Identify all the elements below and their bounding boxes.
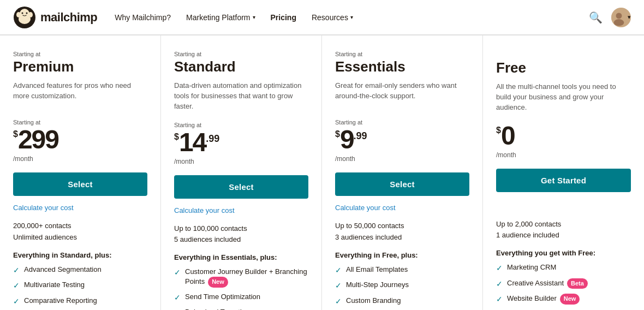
plan-desc-standard: Data-driven automation and optimization …: [174, 81, 308, 112]
plan-period: /month: [13, 155, 147, 163]
new-badge: New: [560, 294, 580, 304]
nav-why[interactable]: Why Mailchimp?: [115, 13, 171, 22]
select-button-premium[interactable]: Select: [13, 172, 147, 196]
feature-item: ✓ Multi-Step Journeys: [335, 280, 469, 291]
price-main: 299: [18, 127, 58, 153]
feature-text: Multivariate Testing: [24, 280, 85, 290]
feature-text: All Email Templates: [346, 265, 408, 275]
svg-point-2: [20, 9, 29, 19]
section-label-standard: Everything in Essentials, plus:: [174, 253, 308, 261]
checkmark-icon: ✓: [174, 293, 181, 303]
contacts-info-free: Up to 2,000 contacts1 audience included: [496, 219, 631, 242]
price-main: 0: [501, 123, 515, 149]
nav-platform[interactable]: Marketing Platform ▾: [186, 13, 255, 22]
new-badge: New: [208, 277, 228, 287]
checkmark-icon: ✓: [174, 308, 181, 310]
avatar-chevron-icon: ▾: [628, 14, 631, 21]
plan-period: /month: [174, 158, 308, 165]
starting-at-standard: Starting at: [174, 122, 308, 128]
navbar: mailchimp Why Mailchimp? Marketing Platf…: [0, 0, 644, 35]
nav-resources[interactable]: Resources ▾: [312, 13, 353, 22]
logo[interactable]: mailchimp: [13, 6, 97, 29]
feature-text: Marketing CRM: [507, 263, 556, 272]
feature-item: ✓ Comparative Reporting: [13, 296, 147, 307]
checkmark-icon: ✓: [13, 296, 20, 307]
svg-point-8: [616, 13, 622, 19]
price-label: Starting at: [13, 51, 147, 57]
feature-text: Customer Journey Builder + Branching Poi…: [185, 267, 308, 288]
price-main: 14: [179, 129, 206, 156]
price-display-standard: $ 14 .99: [174, 129, 308, 156]
avatar[interactable]: ▾: [611, 8, 631, 27]
feature-text: Website BuilderNew: [507, 294, 580, 304]
contacts-info-premium: 200,000+ contactsUnlimited audiences: [13, 220, 147, 243]
feature-item: ✓ Advanced Segmentation: [13, 265, 147, 276]
beta-badge: Beta: [567, 278, 588, 289]
price-decimal: .99: [206, 134, 219, 144]
checkmark-icon: ✓: [335, 281, 342, 291]
svg-point-5: [16, 12, 21, 17]
calc-cost-link-premium[interactable]: Calculate your cost: [13, 204, 147, 212]
chevron-down-icon: ▾: [253, 14, 255, 20]
checkmark-icon: ✓: [174, 267, 181, 278]
feature-item: ✓ Creative AssistantBeta: [496, 278, 631, 290]
price-main: 9: [340, 127, 354, 153]
checkmark-icon: ✓: [496, 279, 503, 290]
svg-point-9: [614, 19, 624, 26]
feature-text: Comparative Reporting: [24, 296, 97, 306]
nav-right: 🔍 ▾: [589, 8, 631, 27]
calc-cost-link-standard[interactable]: Calculate your cost: [174, 206, 308, 214]
feature-item: ✓ Website BuilderNew: [496, 294, 631, 305]
checkmark-icon: ✓: [13, 281, 20, 291]
checkmark-icon: ✓: [496, 294, 503, 305]
svg-point-3: [22, 12, 23, 14]
price-display-essentials: $ 9 .99: [335, 127, 469, 153]
feature-item: ✓ Marketing CRM: [496, 263, 631, 274]
price-display-premium: $ 299: [13, 127, 147, 153]
section-label-essentials: Everything in Free, plus:: [335, 251, 469, 259]
plan-period: /month: [335, 155, 469, 163]
select-button-free[interactable]: Get Started: [496, 169, 631, 192]
user-avatar-icon: [611, 8, 627, 27]
plan-name-essentials: Essentials: [335, 58, 469, 75]
section-label-free: Everything you get with Free:: [496, 249, 631, 257]
chevron-down-icon: ▾: [350, 14, 353, 20]
nav-pricing[interactable]: Pricing: [271, 13, 296, 22]
search-icon[interactable]: 🔍: [589, 11, 603, 24]
calc-cost-link-essentials[interactable]: Calculate your cost: [335, 204, 469, 212]
plan-desc-essentials: Great for email-only senders who want ar…: [335, 81, 469, 109]
feature-text: Creative AssistantBeta: [507, 278, 588, 289]
feature-text: Advanced Segmentation: [24, 265, 102, 275]
plan-desc-free: All the multi-channel tools you need to …: [496, 82, 631, 113]
feature-list-free: ✓ Marketing CRM ✓ Creative AssistantBeta…: [496, 263, 631, 310]
feature-item: ✓ All Email Templates: [335, 265, 469, 276]
feature-text: Custom Branding: [346, 296, 401, 306]
feature-list-standard: ✓ Customer Journey Builder + Branching P…: [174, 267, 308, 310]
contacts-info-standard: Up to 100,000 contacts5 audiences includ…: [174, 223, 308, 246]
checkmark-icon: ✓: [335, 296, 342, 307]
price-dollar-sign: $: [174, 133, 179, 141]
select-button-standard[interactable]: Select: [174, 175, 308, 199]
starting-at-essentials: Starting at: [335, 119, 469, 126]
nav-links: Why Mailchimp? Marketing Platform ▾ Pric…: [115, 13, 589, 22]
svg-point-4: [26, 12, 28, 14]
svg-point-6: [28, 12, 33, 17]
checkmark-icon: ✓: [13, 265, 20, 276]
price-dollar-sign: $: [335, 130, 340, 139]
brand-name: mailchimp: [40, 10, 97, 25]
price-dollar-sign: $: [13, 130, 18, 139]
checkmark-icon: ✓: [335, 265, 342, 276]
feature-text: Multi-Step Journeys: [346, 280, 409, 290]
plan-standard: Starting at Standard Data-driven automat…: [161, 35, 322, 310]
plan-name-standard: Standard: [174, 58, 308, 75]
plan-name-free: Free: [496, 59, 631, 76]
feature-list-premium: ✓ Advanced Segmentation ✓ Multivariate T…: [13, 265, 147, 310]
select-button-essentials[interactable]: Select: [335, 172, 469, 196]
feature-list-essentials: ✓ All Email Templates ✓ Multi-Step Journ…: [335, 265, 469, 310]
section-label-premium: Everything in Standard, plus:: [13, 251, 147, 259]
checkmark-icon: ✓: [496, 263, 503, 274]
price-decimal: .99: [354, 131, 367, 141]
plan-free: Free All the multi-channel tools you nee…: [483, 35, 644, 310]
feature-item: ✓ Multivariate Testing: [13, 280, 147, 291]
price-dollar-sign: $: [496, 126, 501, 135]
